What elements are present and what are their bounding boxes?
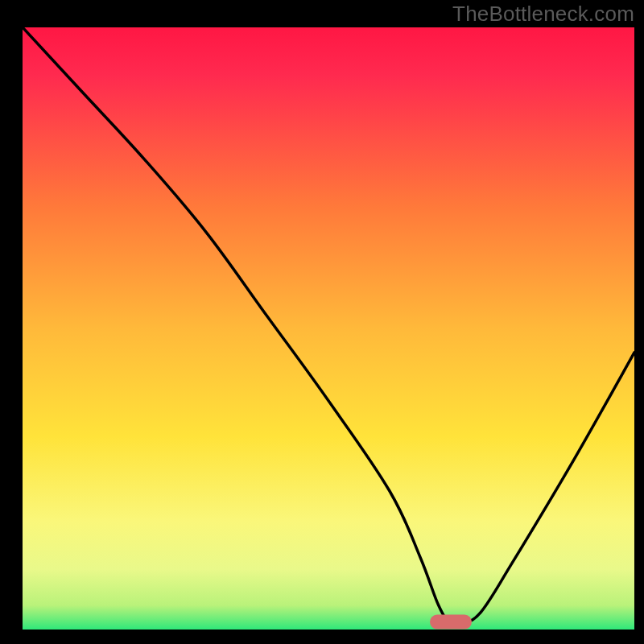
optimal-point-marker [430,615,472,630]
plot-area [23,27,634,630]
bottleneck-chart [0,0,644,644]
chart-frame: TheBottleneck.com [0,0,644,644]
watermark-text: TheBottleneck.com [452,2,634,27]
